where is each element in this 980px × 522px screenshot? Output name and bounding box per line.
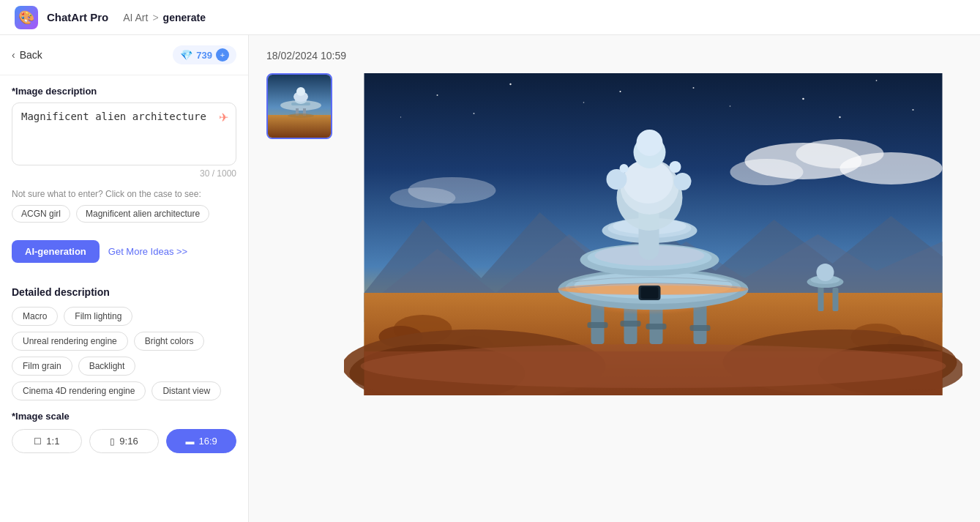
svg-rect-68: [833, 288, 839, 311]
svg-point-9: [288, 113, 314, 118]
thumbnail-1[interactable]: [266, 73, 332, 139]
app-logo: 🎨: [15, 6, 38, 29]
tag-macro[interactable]: Macro: [12, 307, 58, 326]
svg-point-20: [730, 105, 731, 107]
detail-tags-list: Macro Film lighting Unreal rendering eng…: [12, 307, 236, 400]
scale-9-16-label: 9:16: [119, 436, 138, 447]
tag-unreal[interactable]: Unreal rendering engine: [12, 332, 128, 351]
thumbnail-svg: [268, 75, 332, 139]
svg-point-11: [437, 94, 438, 96]
scale-16-9-icon: ▬: [186, 436, 195, 447]
breadcrumb-ai-art: AI Art: [123, 12, 148, 23]
svg-point-16: [876, 80, 878, 81]
detail-desc-heading: Detailed description: [12, 286, 236, 298]
hint-section: Not sure what to enter? Click on the cas…: [0, 179, 248, 230]
example-tag-alien[interactable]: Magnificent alien architecture: [76, 205, 209, 223]
image-desc-section: *Image description Magnificent alien arc…: [0, 75, 248, 179]
main-image: [344, 73, 962, 395]
desc-textarea-wrap[interactable]: Magnificent alien architecture ✈: [12, 102, 236, 165]
svg-point-28: [390, 187, 456, 208]
svg-point-62: [637, 130, 663, 156]
scale-options-row: ☐ 1:1 ▯ 9:16 ▬ 16:9: [12, 429, 236, 453]
tag-film-lighting[interactable]: Film lighting: [64, 307, 132, 326]
svg-point-6: [296, 87, 305, 96]
app-title: ChatArt Pro: [47, 11, 108, 23]
example-tags-row: ACGN girl Magnificent alien architecture: [12, 205, 236, 223]
more-ideas-link[interactable]: Get More Ideas >>: [108, 246, 187, 257]
diamond-icon: 💎: [180, 49, 192, 61]
image-desc-label: *Image description: [12, 86, 236, 97]
add-credits-button[interactable]: +: [216, 48, 229, 61]
sidebar-top-bar: ‹ Back 💎 739 +: [0, 35, 248, 75]
main-layout: ‹ Back 💎 739 + *Image description Magnif…: [0, 35, 980, 522]
svg-point-25: [840, 152, 943, 184]
svg-rect-43: [690, 325, 711, 331]
svg-point-65: [670, 161, 681, 173]
action-section: AI-generation Get More Ideas >>: [0, 230, 248, 266]
svg-point-66: [620, 164, 629, 173]
ai-generation-button[interactable]: AI-generation: [12, 240, 100, 263]
scale-16-9-label: 16:9: [199, 436, 217, 447]
content-area: 18/02/2024 10:59: [249, 35, 980, 522]
breadcrumb: AI Art > generate: [123, 12, 206, 23]
credits-badge: 💎 739 +: [173, 45, 236, 64]
send-icon: ✈: [219, 111, 228, 124]
action-row: AI-generation Get More Ideas >>: [12, 240, 236, 263]
breadcrumb-current: generate: [163, 12, 206, 23]
svg-rect-42: [646, 324, 667, 329]
svg-rect-44: [621, 321, 641, 327]
tag-cinema4d[interactable]: Cinema 4D rendering engine: [12, 381, 146, 400]
example-tag-acgn[interactable]: ACGN girl: [12, 205, 70, 223]
image-gallery: [266, 73, 962, 395]
tag-film-grain[interactable]: Film grain: [12, 357, 72, 376]
scale-9-16-button[interactable]: ▯ 9:16: [89, 429, 160, 453]
back-icon: ‹: [12, 49, 15, 61]
svg-point-21: [839, 116, 840, 118]
scale-9-16-icon: ▯: [110, 436, 115, 447]
app-header: 🎨 ChatArt Pro AI Art > generate: [0, 0, 980, 35]
svg-point-18: [400, 116, 401, 117]
svg-point-64: [674, 173, 692, 190]
svg-point-26: [730, 159, 804, 185]
scale-1-1-button[interactable]: ☐ 1:1: [12, 429, 82, 453]
svg-rect-41: [588, 322, 608, 328]
image-scale-label: *Image scale: [12, 411, 236, 422]
svg-point-14: [693, 87, 695, 89]
scale-16-9-button[interactable]: ▬ 16:9: [166, 429, 236, 453]
svg-rect-73: [641, 287, 659, 299]
svg-point-19: [620, 91, 621, 92]
svg-rect-67: [818, 286, 824, 311]
scale-1-1-icon: ☐: [34, 436, 42, 447]
main-scene-svg: [344, 73, 962, 395]
thumbnail-column: [266, 73, 332, 395]
svg-point-12: [509, 83, 511, 85]
char-count: 30 / 1000: [12, 168, 236, 179]
breadcrumb-sep: >: [152, 12, 158, 23]
svg-point-17: [912, 109, 913, 111]
sidebar: ‹ Back 💎 739 + *Image description Magnif…: [0, 35, 249, 522]
tag-backlight[interactable]: Backlight: [78, 357, 136, 376]
back-button[interactable]: ‹ Back: [12, 49, 42, 61]
svg-point-15: [802, 98, 804, 100]
image-timestamp: 18/02/2024 10:59: [266, 50, 962, 61]
back-label: Back: [20, 49, 42, 61]
svg-point-79: [361, 344, 946, 388]
image-desc-input[interactable]: Magnificent alien architecture: [21, 111, 227, 154]
image-scale-section: *Image scale ☐ 1:1 ▯ 9:16 ▬ 16:9: [0, 400, 248, 453]
svg-point-22: [474, 113, 475, 114]
svg-point-71: [817, 264, 834, 281]
tag-distant-view[interactable]: Distant view: [152, 381, 221, 400]
svg-rect-1: [268, 115, 332, 139]
svg-point-13: [583, 102, 585, 103]
hint-text: Not sure what to enter? Click on the cas…: [12, 189, 236, 199]
detail-desc-section: Detailed description Macro Film lighting…: [0, 276, 248, 400]
credits-count: 739: [196, 50, 212, 61]
tag-bright-colors[interactable]: Bright colors: [134, 332, 205, 351]
scale-1-1-label: 1:1: [46, 436, 59, 447]
